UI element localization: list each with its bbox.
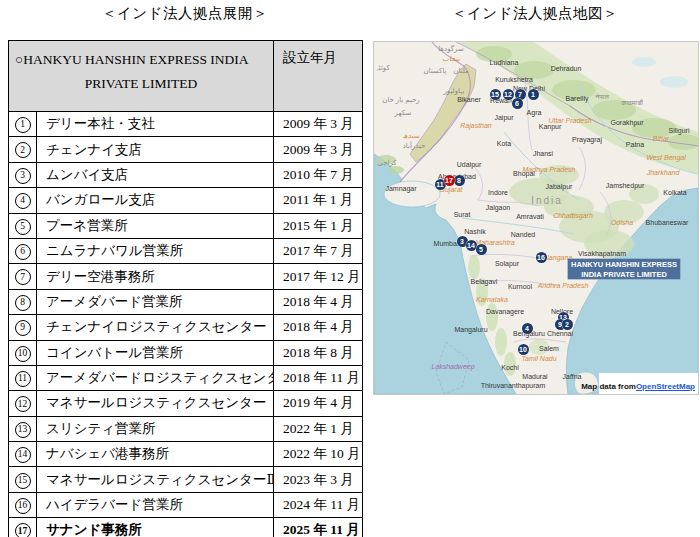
- company-name-header: ○HANKYU HANSHIN EXPRESS INDIA PRIVATE LI…: [9, 41, 274, 112]
- openstreetmap-link[interactable]: OpenStreetMap: [636, 382, 695, 391]
- table-row: 10コインバトール営業所2018 年 8 月: [9, 340, 363, 365]
- map-place-label: Solapur: [495, 260, 519, 267]
- company-map-label: HANKYU HANSHIN EXPRESS INDIA PRIVATE LIM…: [568, 259, 680, 279]
- established-date: 2018 年 11 月: [274, 365, 363, 390]
- circled-number: 13: [15, 422, 31, 438]
- map-place-label: Agra: [527, 109, 542, 116]
- map-place-label: Kanpur: [539, 123, 562, 130]
- map-place-label: Nanded: [511, 231, 536, 238]
- map-place-label: Jabalpur: [546, 183, 573, 190]
- map-place-label: Bhubaneswar: [646, 219, 689, 226]
- circled-number: 5: [15, 219, 31, 235]
- map-place-label: Mumbai: [434, 240, 459, 247]
- branch-name: マネサールロジスティクスセンター: [37, 391, 274, 416]
- map-place-label: Odisha: [611, 219, 633, 226]
- branch-name: デリー本社・支社: [37, 112, 274, 137]
- table-row: 15マネサールロジスティクスセンターⅡ2023 年 3 月: [9, 467, 363, 492]
- map-place-label: Lakshadweep: [431, 363, 474, 370]
- map-place-label: Tamil Nadu: [521, 355, 556, 362]
- branch-name: アーメダバード営業所: [37, 289, 274, 314]
- map-place-label: Indore: [488, 189, 508, 196]
- map-place-label: Dehradun: [551, 65, 582, 72]
- table-row: 4バンガロール支店2011 年 1 月: [9, 188, 363, 213]
- map-place-label: Jamshedpur: [606, 182, 645, 189]
- map-place-label: West Bengal: [646, 154, 686, 161]
- branch-name: サナンド事務所: [37, 518, 274, 537]
- circled-number: 7: [15, 269, 31, 285]
- branch-name: アーメダバードロジスティクスセンター: [37, 365, 274, 390]
- branch-name: ナバシェバ港事務所: [37, 442, 274, 467]
- map-place-label: Uttar Pradesh: [548, 117, 591, 124]
- row-number-cell: 7: [9, 264, 37, 289]
- row-number-cell: 16: [9, 492, 37, 517]
- table-row: 6ニムラナバワル営業所2017 年 7 月: [9, 238, 363, 263]
- table-row: 9チェンナイロジスティクスセンター2018 年 4 月: [9, 315, 363, 340]
- circled-number: 4: [15, 193, 31, 209]
- map-marker-12: 12: [503, 89, 514, 100]
- table-row: 5プーネ営業所2015 年 1 月: [9, 213, 363, 238]
- map-marker-8: 8: [454, 175, 465, 186]
- map-place-label: Bareilly: [566, 95, 589, 102]
- map-marker-5: 5: [476, 244, 487, 255]
- attribution-text: Map data from: [581, 382, 636, 391]
- established-date: 2024 年 11 月: [274, 492, 363, 517]
- circled-number: 17: [15, 523, 31, 537]
- row-number-cell: 14: [9, 442, 37, 467]
- circled-number: 2: [15, 142, 31, 158]
- established-date: 2009 年 3 月: [274, 137, 363, 162]
- row-number-cell: 4: [9, 188, 37, 213]
- map-place-label: Thiruvananthapuram: [481, 382, 546, 389]
- map-place-label: Kochi: [501, 364, 519, 371]
- india-map: HANKYU HANSHIN EXPRESS INDIA PRIVATE LIM…: [373, 41, 699, 395]
- table-row: 1デリー本社・支社2009 年 3 月: [9, 112, 363, 137]
- table-row: 17サナンド事務所2025 年 11 月: [9, 518, 363, 537]
- row-number-cell: 3: [9, 162, 37, 187]
- map-marker-4: 4: [522, 323, 533, 334]
- row-number-cell: 12: [9, 391, 37, 416]
- established-date: 2019 年 4 月: [274, 391, 363, 416]
- map-marker-6: 6: [512, 98, 523, 109]
- circled-number: 12: [15, 396, 31, 412]
- row-number-cell: 9: [9, 315, 37, 340]
- map-attribution: Map data from OpenStreetMap: [599, 373, 698, 394]
- map-place-label: Visakhapatnam: [578, 250, 626, 257]
- table-row: 16ハイデラバード営業所2024 年 11 月: [9, 492, 363, 517]
- map-place-label: Jhansi: [533, 150, 553, 157]
- row-number-cell: 11: [9, 365, 37, 390]
- established-date: 2018 年 8 月: [274, 340, 363, 365]
- table-header-row: ○HANKYU HANSHIN EXPRESS INDIA PRIVATE LI…: [9, 41, 363, 112]
- row-number-cell: 8: [9, 289, 37, 314]
- row-number-cell: 5: [9, 213, 37, 238]
- table-row: 11アーメダバードロジスティクスセンター2018 年 11 月: [9, 365, 363, 390]
- branch-name: チェンナイロジスティクスセンター: [37, 315, 274, 340]
- branch-name: コインバトール営業所: [37, 340, 274, 365]
- branch-table: ○HANKYU HANSHIN EXPRESS INDIA PRIVATE LI…: [8, 40, 363, 537]
- established-date: 2018 年 4 月: [274, 289, 363, 314]
- map-place-label: Ludhiana: [490, 59, 519, 66]
- map-place-label: Siliguri: [668, 127, 689, 134]
- established-date: 2011 年 1 月: [274, 188, 363, 213]
- table-row: 3ムンバイ支店2010 年 7 月: [9, 162, 363, 187]
- map-place-label: Gorakhpur: [610, 119, 643, 126]
- circled-number: 11: [15, 371, 31, 387]
- circled-number: 6: [15, 244, 31, 260]
- map-place-label: پاکستان: [423, 67, 446, 75]
- map-place-label: رحیم یار خان: [382, 96, 419, 104]
- table-title: ＜インド法人拠点展開＞: [8, 4, 362, 23]
- table-row: 2チェンナイ支店2009 年 3 月: [9, 137, 363, 162]
- table-row: 13スリシティ営業所2022 年 1 月: [9, 416, 363, 441]
- map-place-label: سرگودھا: [438, 45, 464, 53]
- row-number-cell: 2: [9, 137, 37, 162]
- map-place-label: Amravati: [516, 213, 544, 220]
- circled-number: 10: [15, 346, 31, 362]
- map-place-label: Rajasthan: [460, 122, 492, 129]
- established-date-header: 設立年月: [274, 41, 363, 112]
- branch-name: チェンナイ支店: [37, 137, 274, 162]
- table-row: 8アーメダバード営業所2018 年 4 月: [9, 289, 363, 314]
- map-marker-2: 2: [562, 319, 573, 330]
- circled-number: 3: [15, 168, 31, 184]
- map-place-label: کوئٹہ: [376, 64, 390, 72]
- map-place-label: Udaipur: [457, 161, 482, 168]
- map-place-label: Kota: [497, 140, 511, 147]
- map-place-label: سکھر: [395, 109, 412, 117]
